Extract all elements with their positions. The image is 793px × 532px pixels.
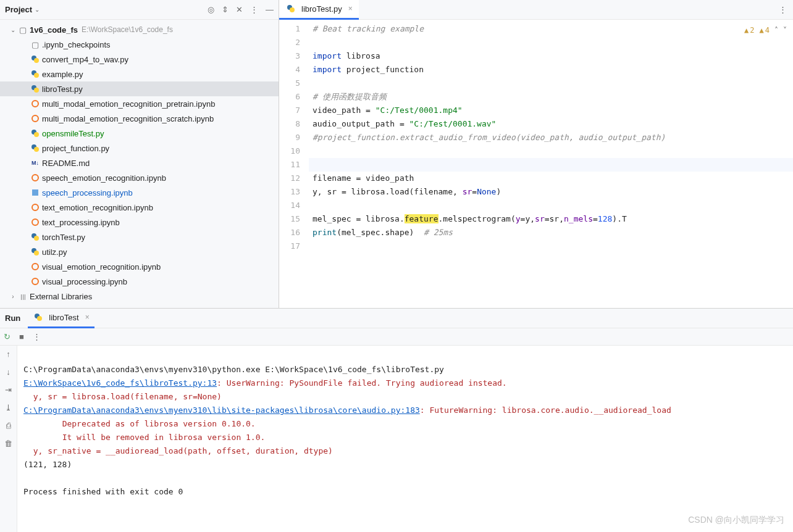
tree-root[interactable]: ⌄ ▢ 1v6_code_fs E:\WorkSpace\1v6_code_fs	[0, 22, 279, 37]
file-label: visual_emotion_recognition.ipynb	[42, 262, 161, 272]
print-icon[interactable]: ⎙	[6, 421, 11, 430]
tree-file[interactable]: multi_modal_emotion_recognition_scratch.…	[0, 111, 279, 126]
jupyter-icon	[30, 218, 41, 227]
editor-more-icon[interactable]: ⋮	[773, 5, 793, 14]
close-tab-icon[interactable]: ×	[348, 4, 353, 13]
tree-file[interactable]: utilz.py	[0, 244, 279, 259]
console-link[interactable]: E:\WorkSpace\1v6_code_fs\libroTest.py:13	[23, 378, 217, 388]
tree-file[interactable]: multi_modal_emotion_recognition_pretrain…	[0, 96, 279, 111]
file-label: README.md	[42, 159, 90, 168]
file-label: libroTest.py	[42, 85, 83, 94]
tree-file[interactable]: opensmileTest.py	[0, 126, 279, 141]
tree-file[interactable]: speech_processing.ipynb	[0, 185, 279, 200]
run-panel-title[interactable]: Run	[5, 314, 20, 323]
tree-file[interactable]: text_emotion_recognition.ipynb	[0, 200, 279, 215]
folder-icon: ▢	[17, 25, 28, 35]
editor-tabs: libroTest.py × ⋮	[279, 0, 793, 20]
project-tree: ⌄ ▢ 1v6_code_fs E:\WorkSpace\1v6_code_fs…	[0, 20, 279, 308]
run-gutter: ↑ ↓ ⇥ ⤓ ⎙ 🗑	[0, 346, 17, 532]
svg-point-6	[32, 101, 38, 107]
tree-file[interactable]: M↓README.md	[0, 156, 279, 170]
root-path: E:\WorkSpace\1v6_code_fs	[82, 25, 173, 34]
python-icon	[33, 313, 44, 322]
trash-icon[interactable]: 🗑	[4, 439, 12, 448]
file-label: project_function.py	[42, 144, 109, 153]
external-libraries[interactable]: › ⫼ External Libraries	[0, 289, 279, 304]
tree-file[interactable]: torchTest.py	[0, 230, 279, 244]
python-icon	[30, 129, 41, 138]
run-tab[interactable]: libroTest ×	[28, 309, 94, 328]
up-icon[interactable]: ↑	[6, 349, 10, 359]
scroll-icon[interactable]: ⤓	[5, 403, 12, 412]
chevron-right-icon[interactable]: ›	[9, 293, 17, 300]
tree-file[interactable]: visual_emotion_recognition.ipynb	[0, 259, 279, 274]
console-output[interactable]: C:\ProgramData\anaconda3\envs\myenv310\p…	[17, 346, 793, 532]
project-header: Project ⌄ ◎ ⇕ ✕ ⋮ —	[0, 0, 279, 20]
chevron-up-icon[interactable]: ˄	[774, 23, 778, 37]
svg-rect-13	[32, 189, 38, 196]
file-label: example.py	[42, 70, 83, 79]
svg-point-3	[34, 73, 39, 78]
tree-file[interactable]: libroTest.py	[0, 81, 279, 96]
wrap-icon[interactable]: ⇥	[5, 385, 12, 394]
more-icon[interactable]: ⋮	[250, 5, 258, 14]
tree-file[interactable]: example.py	[0, 67, 279, 81]
project-panel: Project ⌄ ◎ ⇕ ✕ ⋮ — ⌄ ▢ 1v6_code_fs E:\W…	[0, 0, 279, 308]
svg-point-23	[290, 7, 295, 12]
tree-file[interactable]: ▢.ipynb_checkpoints	[0, 37, 279, 52]
code-area[interactable]: ▲2 ▲4 ˄ ˅ # Beat tracking example import…	[309, 20, 793, 308]
locate-icon[interactable]: ◎	[208, 5, 214, 14]
editor-body[interactable]: 1234567891011121314151617 ▲2 ▲4 ˄ ˅ # Be…	[279, 20, 793, 308]
file-label: multi_modal_emotion_recognition_pretrain…	[42, 99, 215, 109]
close-tab-icon[interactable]: ×	[85, 313, 90, 322]
folder-icon: ▢	[30, 40, 41, 49]
svg-point-19	[34, 251, 39, 256]
file-label: speech_emotion_recognition.ipynb	[42, 173, 166, 183]
jupyter-icon	[30, 203, 41, 212]
file-label: multi_modal_emotion_recognition_scratch.…	[42, 114, 214, 123]
editor-tab[interactable]: libroTest.py ×	[279, 0, 359, 20]
jupyter-icon	[30, 173, 41, 182]
more-icon[interactable]: ⋮	[33, 332, 41, 341]
rerun-icon[interactable]: ↻	[4, 332, 10, 341]
chevron-down-icon[interactable]: ⌄	[35, 6, 40, 13]
minimize-icon[interactable]: —	[266, 5, 274, 14]
file-label: text_processing.ipynb	[42, 218, 120, 227]
python-icon	[30, 247, 41, 256]
file-label: utilz.py	[42, 247, 67, 257]
editor-panel: libroTest.py × ⋮ 12345678910111213141516…	[279, 0, 793, 308]
run-panel: Run libroTest × ↻ ■ ⋮ ↑ ↓ ⇥ ⤓ ⎙ 🗑 C:\Pro…	[0, 309, 793, 532]
tree-file[interactable]: convert_mp4_to_wav.py	[0, 52, 279, 67]
down-icon[interactable]: ↓	[6, 367, 10, 376]
python-icon	[30, 85, 41, 93]
tree-file[interactable]: project_function.py	[0, 141, 279, 156]
warning-badge-a[interactable]: ▲2	[744, 23, 754, 37]
tree-file[interactable]: speech_emotion_recognition.ipynb	[0, 170, 279, 185]
svg-point-12	[32, 175, 38, 181]
chevron-down-icon[interactable]: ˅	[783, 23, 787, 37]
warning-badge-b[interactable]: ▲4	[760, 23, 770, 37]
library-icon: ⫼	[17, 292, 28, 301]
svg-point-5	[34, 88, 39, 93]
file-label: .ipynb_checkpoints	[42, 40, 111, 49]
tree-file[interactable]: visual_processing.ipynb	[0, 274, 279, 289]
svg-point-21	[32, 278, 38, 285]
file-label: text_emotion_recognition.ipynb	[42, 203, 153, 212]
close-panel-icon[interactable]: ✕	[236, 5, 243, 14]
jupyter-icon	[30, 277, 41, 286]
file-label: opensmileTest.py	[42, 129, 104, 138]
run-toolbar: ↻ ■ ⋮	[0, 328, 793, 346]
stop-icon[interactable]: ■	[19, 332, 24, 341]
gutter: 1234567891011121314151617	[279, 20, 309, 308]
svg-point-1	[34, 58, 39, 63]
console-link[interactable]: C:\ProgramData\anaconda3\envs\myenv310\l…	[23, 405, 420, 415]
project-panel-title[interactable]: Project	[5, 5, 32, 14]
chevron-down-icon[interactable]: ⌄	[9, 27, 17, 33]
code-comment: # Beat tracking example	[313, 24, 424, 33]
svg-point-11	[34, 147, 39, 152]
tree-file[interactable]: text_processing.ipynb	[0, 215, 279, 230]
file-label: convert_mp4_to_wav.py	[42, 55, 128, 64]
file-label: speech_processing.ipynb	[42, 188, 133, 197]
svg-point-20	[32, 264, 38, 270]
expand-icon[interactable]: ⇕	[222, 5, 229, 14]
